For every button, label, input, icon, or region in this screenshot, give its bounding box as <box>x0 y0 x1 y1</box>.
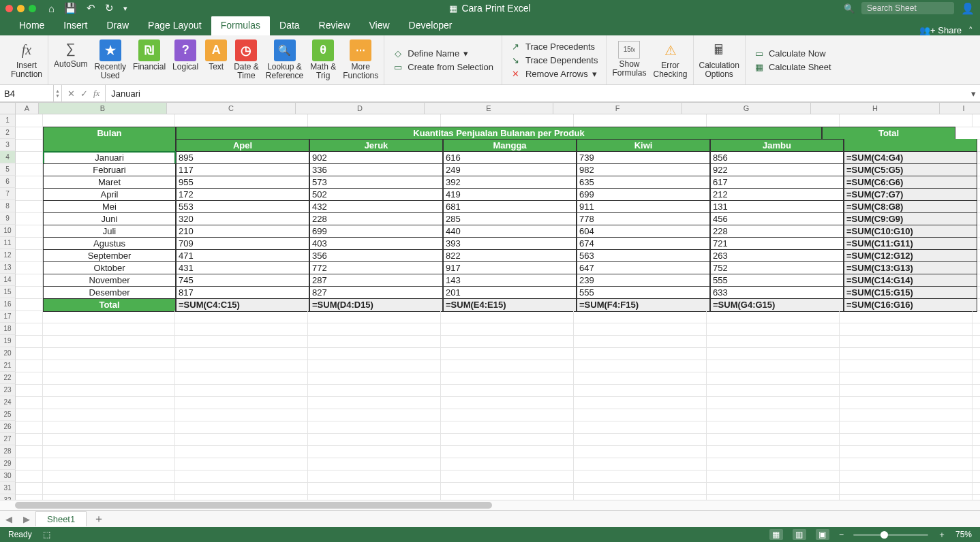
cell[interactable] <box>840 409 973 421</box>
row-header[interactable]: 5 <box>0 163 16 176</box>
cell[interactable] <box>840 445 973 458</box>
tab-formulas[interactable]: Formulas <box>211 16 270 35</box>
cell[interactable] <box>43 470 175 483</box>
tab-home[interactable]: Home <box>10 16 54 35</box>
cell-row-total[interactable]: =SUM(C9:G9) <box>844 212 977 226</box>
zoom-out-icon[interactable]: − <box>839 530 844 539</box>
header-bulan[interactable] <box>43 139 176 152</box>
cell[interactable] <box>973 482 980 495</box>
error-checking-button[interactable]: ⚠Error Checking <box>653 41 687 79</box>
home-icon[interactable]: ⌂ <box>48 3 55 14</box>
fx-bar-icon[interactable]: fx <box>93 88 99 99</box>
cell[interactable] <box>16 421 43 434</box>
calculation-options-button[interactable]: 🖩Calculation Options <box>699 41 739 79</box>
cell-month[interactable]: September <box>43 249 176 263</box>
cell[interactable] <box>43 396 175 409</box>
cell[interactable] <box>707 445 840 458</box>
cell[interactable] <box>175 310 308 323</box>
row-header[interactable]: 26 <box>0 421 16 433</box>
header-product[interactable]: Jeruk <box>309 139 443 153</box>
cell-value[interactable]: 739 <box>577 151 710 165</box>
cell[interactable] <box>973 409 980 421</box>
cell-value[interactable]: 239 <box>577 274 710 287</box>
cell-value[interactable]: 403 <box>309 237 443 251</box>
cell[interactable] <box>707 482 840 495</box>
cell-value[interactable]: 982 <box>577 163 710 177</box>
cell[interactable] <box>175 114 308 127</box>
row-header[interactable]: 2 <box>0 127 16 139</box>
cell-month[interactable]: April <box>43 188 176 202</box>
calculate-sheet-button[interactable]: ▦Calculate Sheet <box>754 61 831 72</box>
undo-icon[interactable]: ↶ <box>87 2 95 14</box>
cell[interactable] <box>973 347 980 360</box>
row-header[interactable]: 15 <box>0 286 16 298</box>
cell[interactable] <box>308 347 441 360</box>
cell-value[interactable]: 336 <box>309 163 443 177</box>
cell[interactable] <box>574 323 707 336</box>
zoom-window[interactable] <box>29 5 36 12</box>
cell-value[interactable]: 287 <box>309 274 443 287</box>
cell[interactable] <box>973 114 980 127</box>
zoom-in-icon[interactable]: ＋ <box>938 529 946 541</box>
cell[interactable] <box>175 360 308 372</box>
cell[interactable] <box>16 347 43 360</box>
cell-value[interactable]: 263 <box>710 249 844 263</box>
lookup-button[interactable]: 🔍Lookup & Reference <box>266 39 303 80</box>
header-bulan[interactable]: Bulan <box>43 127 176 140</box>
cell[interactable] <box>308 335 441 348</box>
cell[interactable] <box>574 360 707 372</box>
row-header[interactable]: 24 <box>0 396 16 409</box>
sheet-nav-next-icon[interactable]: ▶ <box>18 514 35 524</box>
cell[interactable] <box>441 372 574 385</box>
header-product[interactable]: Apel <box>176 139 309 153</box>
cell[interactable] <box>977 298 980 311</box>
cell[interactable] <box>977 188 980 201</box>
cell-value[interactable]: 471 <box>176 249 309 263</box>
cell-month[interactable]: Mei <box>43 200 176 214</box>
cell[interactable] <box>973 396 980 409</box>
trace-precedents-button[interactable]: ↗Trace Precedents <box>510 41 598 52</box>
row-header[interactable]: 8 <box>0 200 16 212</box>
cell-value[interactable]: 320 <box>176 212 309 226</box>
cell[interactable] <box>308 494 441 500</box>
cell[interactable] <box>973 323 980 336</box>
cell-value[interactable]: 228 <box>309 212 443 226</box>
cell[interactable] <box>16 163 43 176</box>
normal-view-icon[interactable]: ▦ <box>769 529 783 540</box>
cell-value[interactable]: 419 <box>443 188 577 202</box>
namebox-up-icon[interactable]: ▲ <box>55 89 60 93</box>
cell-grand-total[interactable]: =SUM(C16:G16) <box>844 298 977 312</box>
cell[interactable] <box>16 249 43 262</box>
cell[interactable] <box>16 114 43 127</box>
cell[interactable] <box>977 200 980 213</box>
cell[interactable] <box>574 347 707 360</box>
cell[interactable] <box>973 445 980 458</box>
cell[interactable] <box>16 286 43 299</box>
cell[interactable] <box>175 470 308 483</box>
row-header[interactable]: 12 <box>0 249 16 261</box>
row-header[interactable]: 14 <box>0 274 16 286</box>
cell-value[interactable]: 902 <box>309 151 443 165</box>
cell-row-total[interactable]: =SUM(C15:G15) <box>844 286 977 300</box>
cell-col-total[interactable]: =SUM(E4:E15) <box>443 298 577 312</box>
cell[interactable] <box>43 335 175 348</box>
row-header[interactable]: 11 <box>0 237 16 249</box>
cell-value[interactable]: 822 <box>443 249 577 263</box>
col-header[interactable]: F <box>553 103 682 114</box>
row-header[interactable]: 23 <box>0 384 16 396</box>
cell[interactable] <box>955 127 980 140</box>
name-box[interactable]: B4 <box>0 85 54 101</box>
cell-month[interactable]: Juli <box>43 225 176 238</box>
cell-value[interactable]: 563 <box>577 249 710 263</box>
remove-arrows-button[interactable]: ✕Remove Arrows ▾ <box>510 68 598 79</box>
cell[interactable] <box>441 409 574 421</box>
row-header[interactable]: 17 <box>0 310 16 323</box>
cell[interactable] <box>16 409 43 421</box>
row-header[interactable]: 13 <box>0 261 16 274</box>
show-formulas-button[interactable]: 15fxShow Formulas <box>612 41 646 78</box>
cell-row-total[interactable]: =SUM(C5:G5) <box>844 163 977 177</box>
cell[interactable] <box>308 445 441 458</box>
cell[interactable] <box>707 409 840 421</box>
cell[interactable] <box>707 421 840 434</box>
cell[interactable] <box>308 114 441 127</box>
